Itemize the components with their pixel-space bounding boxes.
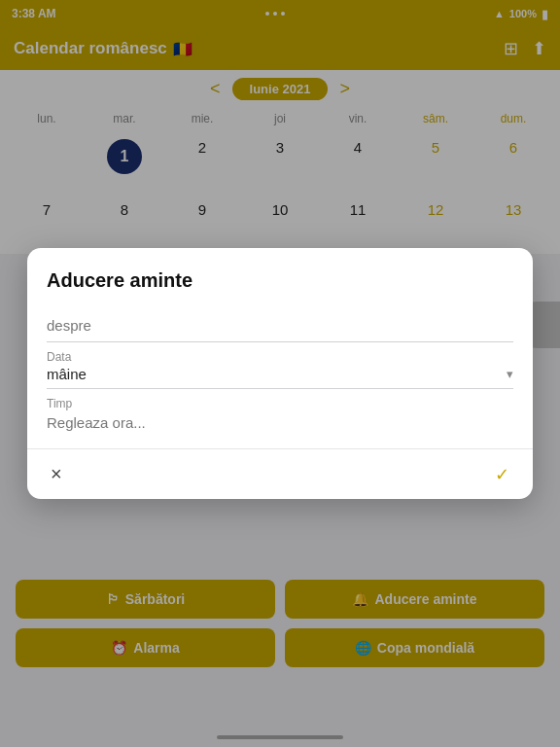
modal-footer: × ✓ — [27, 448, 533, 499]
chevron-down-icon: ▾ — [507, 367, 513, 381]
date-field[interactable]: Data mâine ▾ — [47, 342, 513, 389]
modal-close-button[interactable]: × — [47, 459, 66, 489]
reminder-modal: Aducere aminte Data mâine ▾ Timp × — [27, 248, 533, 499]
modal-title: Aducere aminte — [47, 269, 513, 292]
time-label: Timp — [47, 397, 513, 410]
date-select-row[interactable]: mâine ▾ — [47, 366, 513, 382]
date-label: Data — [47, 350, 513, 364]
modal-overlay[interactable]: Aducere aminte Data mâine ▾ Timp × — [0, 0, 560, 747]
modal-body: Aducere aminte Data mâine ▾ Timp — [27, 248, 533, 439]
time-input[interactable] — [47, 412, 513, 433]
about-input[interactable] — [47, 315, 513, 336]
modal-confirm-button[interactable]: ✓ — [491, 460, 513, 489]
date-value: mâine — [47, 366, 87, 382]
time-field: Timp — [47, 389, 513, 439]
about-field — [47, 307, 513, 342]
